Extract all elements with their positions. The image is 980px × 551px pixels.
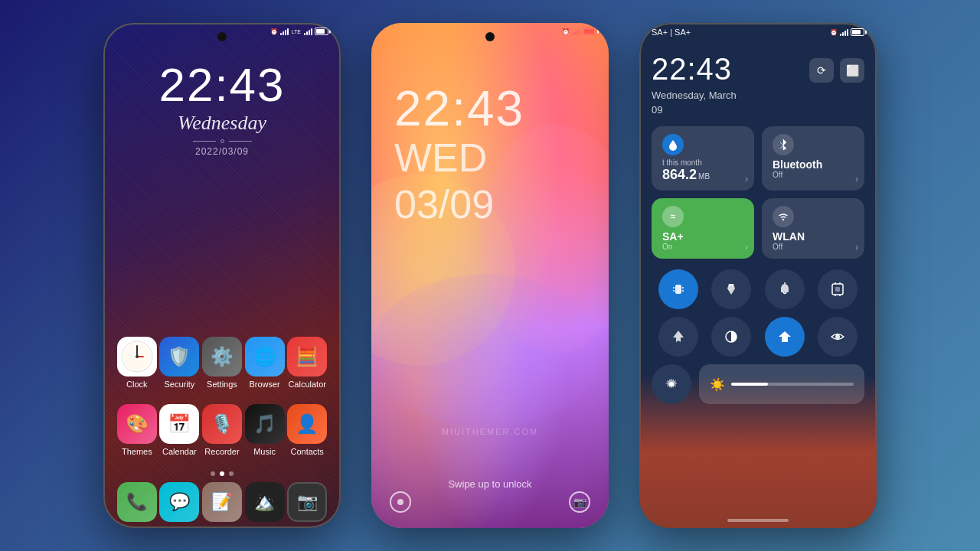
- camera-shortcut[interactable]: 📷: [569, 491, 590, 513]
- svg-rect-5: [675, 285, 681, 294]
- contacts-label: Contacts: [290, 447, 323, 456]
- svg-rect-8: [682, 287, 684, 289]
- dock-notes[interactable]: 📝: [202, 482, 242, 522]
- data-usage-tile[interactable]: t this month 864.2 MB ›: [652, 126, 754, 191]
- battery: [315, 28, 328, 35]
- screenshot-icon: [831, 282, 844, 296]
- dock-camera[interactable]: 📷: [287, 482, 327, 522]
- browser-icon: 🌐: [245, 337, 285, 377]
- lock-date: 2022/03/09: [195, 146, 249, 157]
- p2-clock-icon: ⏰: [562, 28, 570, 35]
- invert-btn[interactable]: [711, 317, 751, 357]
- rotation-lock-btn[interactable]: ⟳: [809, 58, 834, 83]
- record-inner: [397, 499, 403, 505]
- bluetooth-status: Off: [773, 171, 854, 179]
- svg-marker-20: [779, 331, 791, 342]
- app-settings[interactable]: ⚙️ Settings: [202, 337, 242, 389]
- settings-icon: ⚙️: [202, 337, 242, 377]
- svg-rect-6: [673, 287, 675, 289]
- p3-signal: [840, 28, 848, 36]
- calculator-icon: 🧮: [287, 337, 327, 377]
- app-music[interactable]: 🎵 Music: [245, 404, 285, 456]
- screenshot-btn[interactable]: [818, 269, 858, 309]
- calendar-icon: 📅: [159, 404, 199, 444]
- location-btn[interactable]: [765, 317, 805, 357]
- vibrate-btn[interactable]: [658, 269, 698, 309]
- app-calculator[interactable]: 🧮 Calculator: [287, 337, 327, 389]
- bluetooth-tile[interactable]: Bluetooth Off ›: [762, 126, 864, 191]
- notes-icon: 📝: [211, 492, 232, 512]
- wlan-title: WLAN: [773, 230, 854, 243]
- bluetooth-arrow: ›: [855, 174, 858, 184]
- airplane-icon: [671, 330, 685, 344]
- phone3-time-row: 22:43 Wednesday, March 09 ⟳ ⬜: [652, 52, 864, 116]
- home-indicator[interactable]: [727, 519, 789, 522]
- calculator-label: Calculator: [288, 380, 326, 389]
- sa-plus-tile[interactable]: ≈ SA+ On ›: [652, 198, 754, 259]
- camera-icon: 📷: [297, 492, 318, 512]
- music-icon: 🎵: [245, 404, 285, 444]
- app-calendar[interactable]: 📅 Calendar: [159, 404, 199, 456]
- flashlight-btn[interactable]: [711, 269, 751, 309]
- settings-label: Settings: [207, 380, 237, 389]
- security-symbol: 🛡️: [168, 346, 191, 367]
- svg-point-4: [136, 355, 139, 358]
- app-browser[interactable]: 🌐 Browser: [245, 337, 285, 389]
- phone1-lockscreen: ⏰ LTE 22:43 Wednesday: [103, 23, 341, 528]
- phone1-time-section: 22:43 Wednesday 2022/03/09: [103, 23, 341, 157]
- screen-mirror-btn[interactable]: ⬜: [840, 58, 864, 83]
- lock-time: 22:43: [158, 61, 285, 109]
- svg-rect-11: [729, 284, 733, 286]
- location-icon: [778, 330, 792, 344]
- phone2-time-display: 22:43 WED 03/09: [371, 23, 609, 227]
- wlan-tile[interactable]: WLAN Off ›: [762, 198, 864, 259]
- record-button[interactable]: [390, 491, 411, 513]
- phone2-home: ⏰ 22:43 WED 03/09 MIUITHEMER.COM Swipe u…: [371, 23, 609, 528]
- settings-shortcut-btn[interactable]: [652, 364, 691, 404]
- carrier-text: SA+ | SA+: [652, 28, 691, 37]
- themes-icon: 🎨: [117, 404, 157, 444]
- svg-rect-18: [835, 287, 840, 292]
- sa-tile-icon: ≈: [662, 206, 684, 227]
- calculator-symbol: 🧮: [296, 346, 318, 367]
- app-recorder[interactable]: 🎙️ Recorder: [202, 404, 242, 456]
- camera-shortcut-icon: 📷: [573, 496, 586, 508]
- svg-point-21: [835, 334, 840, 339]
- phone2-status-bar: ⏰: [371, 28, 609, 35]
- network-type: LTE: [292, 29, 301, 34]
- vibrate-icon: [671, 282, 685, 296]
- bell-btn[interactable]: [765, 269, 805, 309]
- airplane-btn[interactable]: [658, 317, 698, 357]
- clock-icon: [117, 337, 157, 377]
- app-contacts[interactable]: 👤 Contacts: [287, 404, 327, 456]
- phone3-time-date: 22:43 Wednesday, March 09: [652, 52, 737, 116]
- brightness-slider[interactable]: [731, 383, 854, 386]
- signal1: [280, 28, 289, 35]
- app-security[interactable]: 🛡️ Security: [159, 337, 199, 389]
- calendar-symbol: 📅: [168, 413, 191, 435]
- dock-messages[interactable]: 💬: [159, 482, 199, 522]
- wlan-tile-icon: [773, 206, 794, 227]
- sa-symbol: ≈: [671, 211, 676, 222]
- phone3-control-center: SA+ | SA+ ⏰ 22:43 Wednesday, March 09: [639, 23, 877, 528]
- phone3-date-line1: Wednesday, March: [652, 90, 737, 101]
- browser-label: Browser: [249, 380, 279, 389]
- music-label: Music: [253, 447, 276, 456]
- phone3-quick-icons: ⟳ ⬜: [809, 58, 864, 83]
- p3-battery: [851, 28, 864, 36]
- phone2-bottom-bar: 📷: [371, 491, 609, 513]
- sa-title: SA+: [662, 230, 743, 243]
- data-tile-subtitle: t this month: [662, 158, 743, 167]
- dot-2: [220, 471, 224, 476]
- wallpaper-shape-3: [371, 274, 601, 427]
- dock-phone[interactable]: 📞: [117, 482, 157, 522]
- wlan-arrow: ›: [855, 242, 858, 253]
- app-clock[interactable]: Clock: [117, 337, 157, 389]
- dock-gallery[interactable]: 🏔️: [245, 482, 285, 522]
- app-themes[interactable]: 🎨 Themes: [117, 404, 157, 456]
- brightness-slider-container[interactable]: ☀️: [699, 364, 864, 404]
- time-icon: ⏰: [270, 28, 278, 35]
- eye-btn[interactable]: [818, 317, 858, 357]
- bluetooth-icon: [779, 139, 788, 151]
- p2-signal1: [572, 28, 580, 35]
